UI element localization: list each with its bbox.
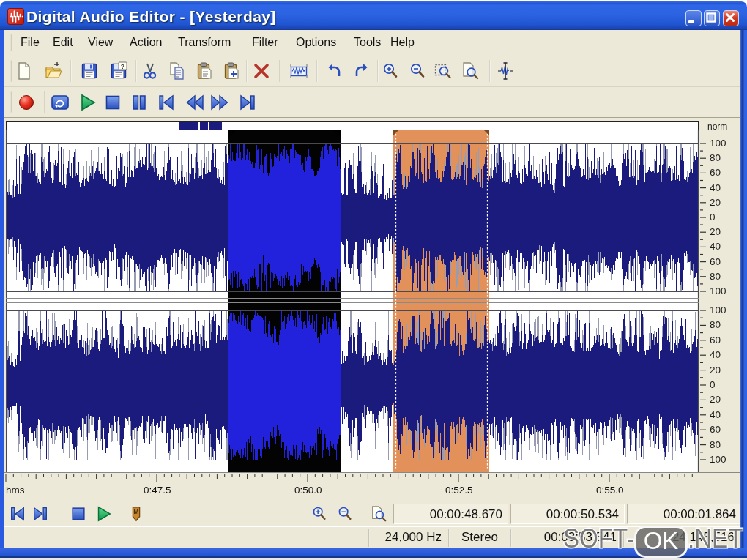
- svg-text:M: M: [134, 508, 139, 515]
- svg-text:?: ?: [121, 63, 125, 70]
